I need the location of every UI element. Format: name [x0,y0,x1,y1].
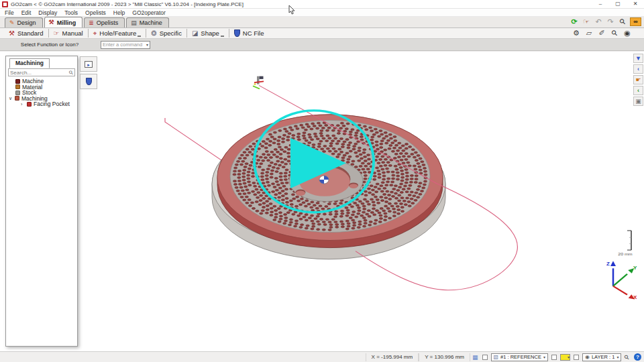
nc-shield-icon [234,29,240,37]
goggles-icon[interactable]: ∞ [630,17,641,26]
standard-button[interactable]: ⚒ Standard [4,28,48,38]
tree-item-facing-pocket[interactable]: › Facing Pocket [21,101,77,107]
y-axis-label: Y [633,265,637,271]
specific-button[interactable]: ❂ Specific [146,28,186,38]
chevron-down-icon: ▾ [543,355,545,359]
machining-tree: Machine Material Stock ∨ Machining › Fac… [6,76,77,107]
pan-hand-icon[interactable]: ☛ [633,75,643,84]
y-coordinate: Y = 130.996 mm [419,353,470,361]
origin-marker [319,176,329,184]
tab-row: ✎ Design ⚒ Milling ≣ Opelists ▤ Machine … [0,17,644,27]
menu-edit[interactable]: Edit [21,9,32,16]
reference-checkbox[interactable] [482,355,488,360]
color-checkbox[interactable] [551,355,557,360]
nc-file-button[interactable]: NC File [229,28,269,38]
select-tool-icon[interactable]: ☞ [582,17,591,26]
material-node-icon [15,84,20,89]
reference-combobox[interactable]: ▧ #1 : REFERENCE ▾ [491,353,548,361]
opelist-preview-button[interactable]: ▸ [80,56,97,72]
opelists-icon: ≣ [89,20,94,26]
panel-play-icon: ▸ [85,61,93,68]
tab-opelists[interactable]: ≣ Opelists [84,17,125,27]
z-axis-label: Z [606,261,610,267]
shape-icon: ◪ [192,30,198,37]
axis-triad: ZYX [606,261,637,301]
view-tools-row1: ⟳ ☞ ↶ ↷ ⚲ ∞ [570,17,641,26]
search-box: ⚲ [8,68,75,76]
hole-feature-icon: ⌖ [93,30,97,37]
redo-icon[interactable]: ↷ [606,17,615,26]
menu-display[interactable]: Display [38,9,57,16]
ribbon: ⚒ Standard ☞ Manual ⌖ Hole/Feature ❂ Spe… [0,27,644,39]
prev-chevron-icon[interactable]: ‹ [633,86,643,95]
shape-button[interactable]: ◪ Shape [187,28,229,38]
chevron-down-icon: ▾ [616,355,619,359]
regen-icon[interactable]: ⟳ [570,17,579,26]
standard-icon: ⚒ [9,30,15,37]
machining-node-icon [15,96,19,101]
collapse-arrow-icon[interactable]: › [21,102,25,107]
zoom-layer-icon[interactable]: ⚲ [625,354,629,361]
menu-bar: File Edit Display Tools Opelists Help GO… [0,9,644,17]
eraser-icon[interactable]: ▱ [584,29,594,38]
snapshot-icon[interactable]: ▣ [633,97,643,106]
tab-milling[interactable]: ⚒ Milling [44,17,83,27]
color-swatch[interactable]: ▾ [560,354,570,361]
nc-shield-button[interactable] [80,74,97,89]
machining-panel: Machining ⚲ Machine Material Stock ∨ Mac… [5,56,78,347]
design-icon: ✎ [9,20,15,26]
back-chevron-icon[interactable]: ‹ [633,64,643,74]
view-tools-row2: ⚙ ▱ ✐ ⚲ ◉ [572,29,632,38]
menu-help[interactable]: Help [113,9,125,16]
expand-arrow-icon[interactable]: ∨ [9,96,13,101]
layer-combobox[interactable]: ◉ LAYER : 1 ▾ [582,353,621,361]
x-axis-label: X [633,295,637,300]
search-input[interactable] [10,70,69,76]
tab-design[interactable]: ✎ Design [5,17,43,27]
panel-tab-machining[interactable]: Machining [9,58,50,68]
shield-icon [86,78,92,85]
eye-icon: ◉ [585,354,590,360]
zoom-icon[interactable]: ⚲ [618,17,627,26]
help-icon[interactable]: ? [634,353,641,361]
grid-icon[interactable]: ▦ [472,354,478,361]
facing-pocket-node-icon [27,102,32,107]
scale-ruler: 20 mm [618,231,632,256]
command-combobox[interactable]: Enter a command ▾ [101,41,150,49]
clean-icon[interactable]: ✐ [597,29,606,38]
hole-feature-button[interactable]: ⌖ Hole/Feature [89,28,146,38]
mouse-cursor [288,5,297,15]
machine-icon: ▤ [131,20,137,26]
menu-tools[interactable]: Tools [64,9,78,16]
viewport-3d[interactable]: 20 mmZYX [0,52,644,351]
visibility-eye-icon[interactable]: ◉ [623,29,632,38]
specific-icon: ❂ [151,30,156,37]
window-title: GO2cam < © GO2cam International 2009 - 2… [11,1,592,7]
menu-go2operator[interactable]: GO2operator [132,9,166,16]
close-button[interactable]: ✕ [627,0,644,8]
menu-opelists[interactable]: Opelists [85,9,106,16]
bolt-hole [350,184,358,188]
chevron-down-icon: ▾ [146,42,148,47]
tab-machine[interactable]: ▤ Machine [126,17,169,27]
milling-icon: ⚒ [49,19,54,25]
machine-node-icon [15,79,20,84]
menu-file[interactable]: File [5,9,14,16]
title-bar: GO2cam < © GO2cam International 2009 - 2… [0,0,644,9]
machine-setup-icon[interactable]: ⚙ [572,29,581,38]
status-bar: X = -195.994 mm Y = 130.996 mm ▦ ▧ #1 : … [0,351,644,362]
manual-button[interactable]: ☞ Manual [49,28,88,38]
maximize-button[interactable]: ▢ [609,0,627,8]
zoom-window-icon[interactable]: ⚲ [610,29,619,38]
undo-icon[interactable]: ↶ [594,17,603,26]
layer-checkbox[interactable] [574,355,579,360]
bolt-hole [296,190,305,196]
filter-icon[interactable]: ▼ [633,54,643,63]
command-bar: Select Function or Icon? Enter a command… [0,39,644,51]
minimize-button[interactable]: – [592,0,609,8]
stock-node-icon [15,90,20,95]
x-coordinate: X = -195.994 mm [366,353,419,361]
dropdown-indicator [221,36,224,37]
manual-icon: ☞ [54,30,60,37]
scale-label: 20 mm [618,251,632,255]
